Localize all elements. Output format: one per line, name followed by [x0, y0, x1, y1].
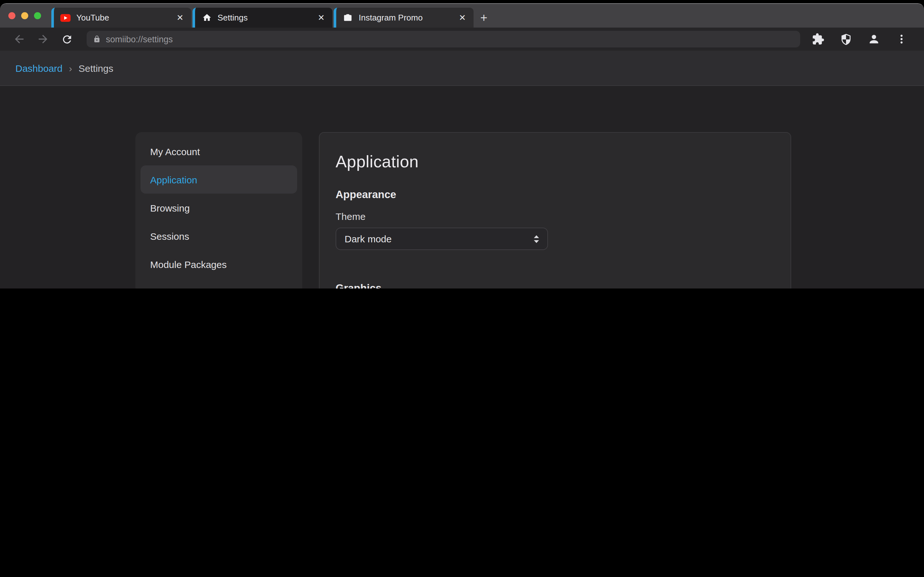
- browser-toolbar: somiibo://settings: [0, 27, 924, 51]
- chevron-right-icon: ›: [69, 63, 72, 73]
- breadcrumb-current: Settings: [79, 63, 113, 73]
- sidebar-item-module-packages[interactable]: Module Packages: [141, 250, 297, 278]
- reload-button[interactable]: [59, 31, 74, 47]
- close-icon[interactable]: ✕: [175, 13, 185, 23]
- theme-select-value: Dark mode: [344, 234, 392, 244]
- sidebar-item-my-account[interactable]: My Account: [141, 137, 297, 165]
- address-bar[interactable]: somiibo://settings: [87, 31, 800, 47]
- url-text: somiibo://settings: [106, 34, 173, 44]
- window-controls: [8, 12, 41, 19]
- select-arrows-icon: [533, 234, 540, 243]
- appearance-section-heading: Appearance: [336, 189, 772, 201]
- settings-sidebar: My Account Application Browsing Sessions…: [136, 132, 302, 288]
- application-settings-panel: Application Appearance Theme Dark mode G…: [319, 132, 791, 288]
- sidebar-item-application[interactable]: Application: [141, 165, 297, 193]
- tab-strip: YouTube ✕ Settings ✕ Instagram Promo ✕ +: [0, 4, 924, 27]
- breadcrumb-dashboard-link[interactable]: Dashboard: [15, 63, 63, 73]
- new-tab-button[interactable]: +: [475, 8, 493, 27]
- minimize-window-button[interactable]: [21, 12, 28, 19]
- shield-icon[interactable]: [840, 33, 852, 45]
- tab-instagram-promo[interactable]: Instagram Promo ✕: [334, 8, 473, 27]
- zoom-window-button[interactable]: [34, 12, 41, 19]
- youtube-icon: [60, 13, 71, 23]
- close-icon[interactable]: ✕: [457, 13, 467, 23]
- breadcrumb: Dashboard › Settings: [0, 51, 924, 86]
- menu-dots-icon[interactable]: [896, 33, 907, 45]
- settings-page: My Account Application Browsing Sessions…: [0, 86, 924, 288]
- sidebar-item-browsing[interactable]: Browsing: [141, 193, 297, 222]
- sidebar-item-sessions[interactable]: Sessions: [141, 222, 297, 250]
- lock-icon: [93, 35, 101, 43]
- theme-label: Theme: [336, 211, 772, 222]
- tab-title: Settings: [218, 13, 317, 23]
- sidebar-item-api-keys[interactable]: API Keys: [141, 278, 297, 288]
- close-icon[interactable]: ✕: [317, 13, 326, 23]
- tab-settings[interactable]: Settings ✕: [192, 8, 333, 27]
- home-icon: [202, 13, 212, 23]
- theme-select[interactable]: Dark mode: [336, 227, 548, 250]
- back-button[interactable]: [11, 31, 27, 47]
- tab-youtube[interactable]: YouTube ✕: [51, 8, 191, 27]
- app-screen: YouTube ✕ Settings ✕ Instagram Promo ✕ +: [0, 0, 924, 288]
- tab-title: Instagram Promo: [359, 13, 457, 23]
- close-window-button[interactable]: [8, 12, 15, 19]
- browser-window: YouTube ✕ Settings ✕ Instagram Promo ✕ +: [0, 3, 924, 288]
- graphics-section-heading: Graphics: [336, 282, 772, 288]
- tab-title: YouTube: [76, 13, 175, 23]
- extensions-icon[interactable]: [812, 33, 825, 45]
- page-title: Application: [336, 152, 772, 172]
- toolbar-actions: [812, 33, 913, 45]
- camera-icon: [342, 13, 353, 23]
- forward-button[interactable]: [35, 31, 51, 47]
- profile-icon[interactable]: [867, 33, 880, 45]
